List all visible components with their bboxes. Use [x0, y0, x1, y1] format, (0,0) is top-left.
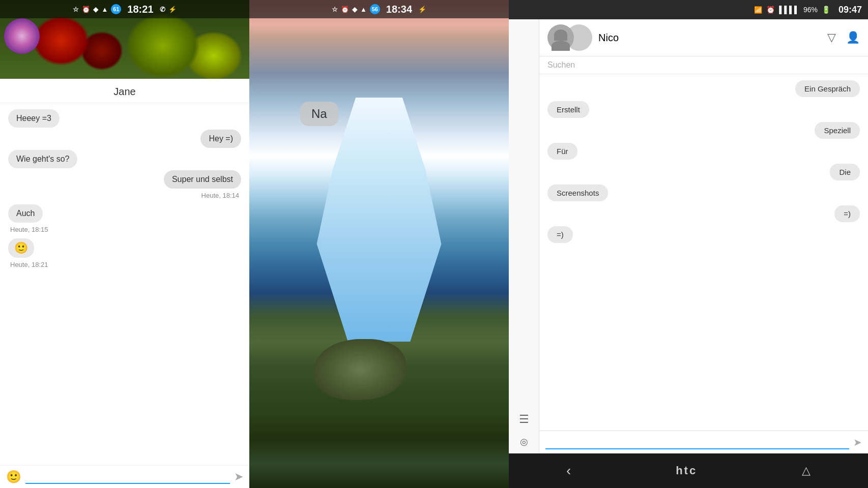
- table-row: Für: [547, 143, 860, 160]
- whatsapp-icon: ✆: [160, 6, 165, 13]
- filter-icon[interactable]: ▽: [827, 31, 836, 44]
- table-row: Heeey =3: [8, 109, 241, 128]
- signal-bar-icon: ▌▌▌▌: [779, 6, 799, 14]
- panel1-chat-screen: ☆ ⏰ ◆ ▲ 61 18:21 ✆ ⚡ Jane Heeey =3 Hey =…: [0, 0, 249, 488]
- message-bubble-outgoing: Hey =): [200, 130, 241, 148]
- table-row: Super und selbst: [8, 170, 241, 189]
- avatar-primary: [547, 24, 574, 51]
- send-button[interactable]: ➤: [234, 470, 243, 483]
- timestamp-label: Heute, 18:15: [8, 226, 241, 233]
- p3-input-bar: ➤: [539, 431, 868, 453]
- panel2-status-bar: ☆ ⏰ ◆ ▲ 56 18:34 ⚡: [249, 0, 509, 18]
- chat-input-bar: 🙂 ➤: [0, 465, 249, 488]
- panel3-htc-screen: 📶 ⏰ ▌▌▌▌ 96% 🔋 09:47 ☰ ◎ Nico ▽: [509, 0, 868, 488]
- search-placeholder: Suchen: [547, 60, 575, 69]
- panel3-chat-panel: Nico ▽ 👤 Suchen Ein Gespräch Erstellt: [539, 19, 868, 453]
- header-action-icons: ▽ 👤: [827, 31, 860, 44]
- notification-icon: ☆: [73, 6, 79, 13]
- wifi-icon: 📶: [754, 6, 762, 14]
- table-row: Hey =): [8, 130, 241, 148]
- menu-icon[interactable]: ☰: [519, 413, 529, 426]
- message-bubble: Erstellt: [547, 101, 589, 118]
- navigation-icon[interactable]: ◎: [520, 436, 528, 447]
- table-row: Erstellt: [547, 101, 860, 118]
- chat-contact-name: Jane: [0, 79, 249, 103]
- message-input[interactable]: [25, 470, 230, 484]
- table-row: Screenshots: [547, 185, 860, 201]
- status-time: 18:21: [127, 4, 153, 15]
- badge-icon: 61: [111, 4, 121, 14]
- diamond-icon: ◆: [352, 6, 357, 13]
- signal-icon: ▲: [101, 6, 108, 13]
- p3-messages-list: Ein Gespräch Erstellt Speziell Für Die S…: [539, 74, 868, 431]
- speech-bubble: Na: [300, 102, 338, 126]
- battery-icon: 🔋: [822, 6, 830, 14]
- status-icons-left: ☆ ⏰ ◆ ▲ 56: [332, 4, 380, 14]
- message-bubble: =): [547, 226, 573, 243]
- table-row: Speziell: [547, 122, 860, 139]
- battery-percent: 96%: [803, 6, 818, 14]
- message-bubble-incoming: Heeey =3: [8, 109, 60, 128]
- clock-icon: ⏰: [82, 6, 90, 13]
- message-bubble: Ein Gespräch: [795, 80, 860, 97]
- p3-contact-name: Nico: [598, 32, 821, 44]
- table-row: Wie geht's so?: [8, 150, 241, 168]
- status-icons-right: ⚡: [418, 6, 426, 13]
- clock-icon: ⏰: [341, 6, 349, 13]
- emoji-button[interactable]: 🙂: [6, 470, 21, 484]
- chat-messages-list: Heeey =3 Hey =) Wie geht's so? Super und…: [0, 103, 249, 465]
- notification-icon: ☆: [332, 6, 338, 13]
- panel3-chat-header: Nico ▽ 👤: [539, 19, 868, 56]
- table-row: =): [547, 205, 860, 222]
- timestamp-label: Heute, 18:21: [8, 261, 241, 268]
- panel3-main-area: ☰ ◎ Nico ▽ 👤 Suchen: [509, 19, 868, 453]
- back-button[interactable]: ‹: [556, 459, 581, 483]
- status-icons-right: ✆ ⚡: [160, 6, 177, 13]
- panel1-chat-window: Jane Heeey =3 Hey =) Wie geht's so? Supe…: [0, 79, 249, 488]
- panel2-wallpaper-screen: ☆ ⏰ ◆ ▲ 56 18:34 ⚡ Na: [249, 0, 509, 488]
- htc-logo: htc: [676, 464, 697, 477]
- waterfall-background: [249, 0, 509, 488]
- message-bubble: Für: [547, 143, 577, 160]
- panel3-sidebar: ☰ ◎: [509, 19, 539, 453]
- table-row: 🙂: [8, 238, 241, 258]
- search-bar[interactable]: Suchen: [539, 56, 868, 74]
- message-bubble-incoming: Auch: [8, 204, 43, 223]
- p3-send-button[interactable]: ➤: [853, 436, 862, 448]
- panel1-status-bar: ☆ ⏰ ◆ ▲ 61 18:21 ✆ ⚡: [0, 0, 249, 18]
- message-bubble: Die: [830, 164, 860, 180]
- diamond-icon: ◆: [93, 6, 98, 13]
- person-icon[interactable]: 👤: [846, 31, 860, 44]
- status-time: 09:47: [838, 5, 862, 15]
- status-time: 18:34: [386, 4, 412, 15]
- message-bubble-incoming: Wie geht's so?: [8, 150, 77, 168]
- alarm-icon: ⏰: [766, 6, 775, 14]
- panel3-status-bar: 📶 ⏰ ▌▌▌▌ 96% 🔋 09:47: [509, 0, 868, 19]
- table-row: =): [547, 226, 860, 243]
- message-bubble-outgoing: Super und selbst: [164, 170, 241, 189]
- lightning-icon: ⚡: [418, 6, 426, 13]
- timestamp-label: Heute, 18:14: [8, 192, 241, 199]
- panel3-avatars: [547, 24, 592, 51]
- message-bubble-emoji: 🙂: [8, 238, 34, 258]
- avatar: [4, 18, 40, 54]
- home-button[interactable]: △: [792, 460, 821, 481]
- table-row: Auch: [8, 204, 241, 223]
- message-bubble: Speziell: [815, 122, 860, 139]
- badge-icon: 56: [370, 4, 380, 14]
- p3-message-input[interactable]: [545, 435, 849, 449]
- htc-bottom-nav: ‹ htc △: [509, 453, 868, 488]
- status-icons-left: ☆ ⏰ ◆ ▲ 61: [73, 4, 121, 14]
- lightning-icon: ⚡: [168, 6, 177, 13]
- table-row: Ein Gespräch: [547, 80, 860, 97]
- message-bubble: Screenshots: [547, 185, 608, 201]
- message-bubble: =): [834, 205, 860, 222]
- signal-icon: ▲: [360, 6, 367, 13]
- table-row: Die: [547, 164, 860, 180]
